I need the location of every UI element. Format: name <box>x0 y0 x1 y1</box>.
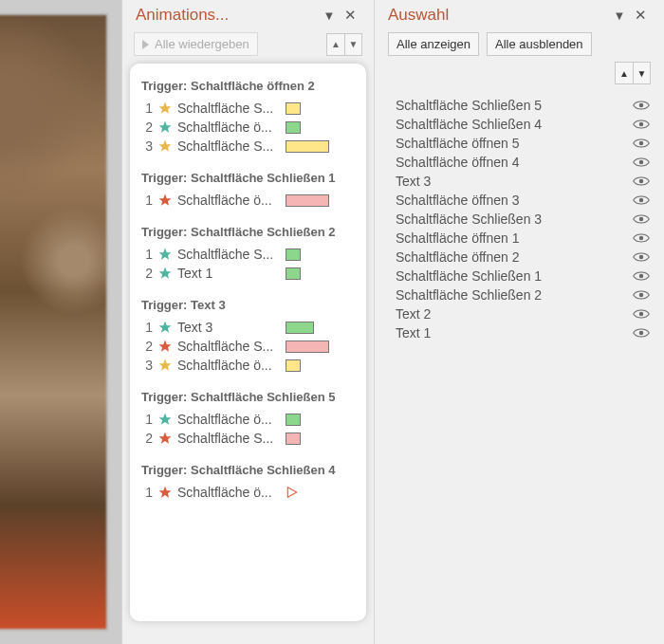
star-icon <box>158 413 172 426</box>
selection-item[interactable]: Schaltfläche Schließen 1 <box>388 267 651 285</box>
animation-index: 3 <box>141 138 153 154</box>
animation-item[interactable]: 2Schaltfläche S... <box>139 337 357 356</box>
selection-item[interactable]: Schaltfläche öffnen 3 <box>388 191 651 210</box>
selection-item[interactable]: Schaltfläche öffnen 5 <box>388 134 651 153</box>
selection-item-name: Text 2 <box>388 306 632 322</box>
timeline-bar[interactable] <box>286 359 301 372</box>
svg-marker-4 <box>159 248 172 260</box>
show-all-button[interactable]: Alle anzeigen <box>388 32 479 56</box>
animation-item[interactable]: 1Schaltfläche ö... <box>139 483 357 502</box>
timeline-bar[interactable] <box>286 140 329 153</box>
visibility-toggle-eye-icon[interactable] <box>632 269 651 283</box>
visibility-toggle-eye-icon[interactable] <box>632 212 651 226</box>
visibility-toggle-eye-icon[interactable] <box>632 193 651 207</box>
slide-thumbnail[interactable] <box>0 13 108 631</box>
star-icon <box>158 120 172 134</box>
animation-item[interactable]: 1Text 3 <box>139 318 357 337</box>
selection-item[interactable]: Schaltfläche öffnen 4 <box>388 153 651 172</box>
star-icon <box>158 432 172 445</box>
close-selection-pane-icon[interactable]: ✕ <box>630 7 651 24</box>
move-down-icon[interactable]: ▼ <box>344 34 361 55</box>
svg-point-21 <box>639 255 644 260</box>
animation-index: 1 <box>141 412 153 427</box>
close-animation-pane-icon[interactable]: ✕ <box>340 7 360 24</box>
selection-item-name: Text 1 <box>388 325 632 340</box>
animation-item[interactable]: 2Schaltfläche S... <box>139 429 357 448</box>
svg-marker-5 <box>159 267 172 279</box>
animation-item[interactable]: 2Text 1 <box>139 264 357 283</box>
timeline-bar[interactable] <box>286 121 301 134</box>
timeline-bar[interactable] <box>286 248 301 261</box>
selection-item[interactable]: Text 3 <box>388 172 651 191</box>
visibility-toggle-eye-icon[interactable] <box>632 175 651 188</box>
selection-item[interactable]: Schaltfläche Schließen 4 <box>388 115 651 134</box>
timeline-bar[interactable] <box>286 340 329 353</box>
move-up-icon[interactable]: ▲ <box>327 34 344 55</box>
animation-item[interactable]: 1Schaltfläche ö... <box>139 410 357 429</box>
pane-menu-dropdown-icon[interactable]: ▼ <box>609 9 630 23</box>
svg-point-25 <box>639 331 644 336</box>
visibility-toggle-eye-icon[interactable] <box>632 250 651 264</box>
move-down-icon[interactable]: ▼ <box>633 63 650 83</box>
animation-index: 1 <box>141 320 153 335</box>
selection-item-name: Schaltfläche Schließen 4 <box>388 117 632 132</box>
visibility-toggle-eye-icon[interactable] <box>632 156 651 169</box>
timeline-bar[interactable] <box>286 267 301 280</box>
svg-point-19 <box>639 217 644 222</box>
timeline-bar[interactable] <box>286 102 301 115</box>
visibility-toggle-eye-icon[interactable] <box>632 118 651 131</box>
animation-item[interactable]: 3Schaltfläche S... <box>139 137 357 156</box>
trigger-title: Trigger: Schaltfläche Schließen 5 <box>139 388 357 410</box>
selection-item[interactable]: Text 2 <box>388 304 651 323</box>
hide-all-button[interactable]: Alle ausblenden <box>487 32 592 56</box>
animation-list[interactable]: Trigger: Schaltfläche öffnen 21Schaltflä… <box>130 64 366 621</box>
selection-toolbar: Alle anzeigen Alle ausblenden <box>375 28 664 62</box>
timeline-bar[interactable] <box>286 194 329 207</box>
selection-item[interactable]: Schaltfläche Schließen 2 <box>388 285 651 304</box>
trigger-group: Trigger: Schaltfläche Schließen 41Schalt… <box>139 457 357 511</box>
selection-item[interactable]: Schaltfläche öffnen 2 <box>388 248 651 267</box>
timeline-bar[interactable] <box>286 414 301 426</box>
svg-point-15 <box>639 141 644 146</box>
motion-path-icon <box>286 486 299 499</box>
selection-item[interactable]: Schaltfläche Schließen 5 <box>388 96 651 115</box>
selection-item[interactable]: Text 1 <box>388 323 651 342</box>
timeline-bar[interactable] <box>286 432 301 445</box>
play-icon <box>142 40 149 49</box>
trigger-title: Trigger: Text 3 <box>139 296 357 318</box>
animation-target-name: Text 1 <box>177 266 280 281</box>
animation-index: 1 <box>141 485 153 500</box>
selection-item[interactable]: Schaltfläche öffnen 1 <box>388 229 651 248</box>
visibility-toggle-eye-icon[interactable] <box>632 288 651 302</box>
svg-marker-1 <box>159 121 172 133</box>
svg-point-23 <box>639 293 644 298</box>
animation-item[interactable]: 1Schaltfläche S... <box>139 99 357 118</box>
animation-item[interactable]: 1Schaltfläche ö... <box>139 191 357 210</box>
animation-item[interactable]: 1Schaltfläche S... <box>139 245 357 264</box>
visibility-toggle-eye-icon[interactable] <box>632 137 651 150</box>
svg-marker-2 <box>159 140 172 152</box>
show-all-label: Alle anzeigen <box>397 37 470 51</box>
visibility-toggle-eye-icon[interactable] <box>632 231 651 245</box>
move-up-icon[interactable]: ▲ <box>616 63 633 83</box>
visibility-toggle-eye-icon[interactable] <box>632 99 651 112</box>
selection-pane-header: Auswahl ▼ ✕ <box>375 0 664 28</box>
animation-item[interactable]: 3Schaltfläche ö... <box>139 356 357 375</box>
selection-pane: Auswahl ▼ ✕ Alle anzeigen Alle ausblende… <box>374 0 664 644</box>
star-icon <box>158 139 172 153</box>
visibility-toggle-eye-icon[interactable] <box>632 307 651 321</box>
selection-reorder-row: ▲ ▼ <box>375 62 664 90</box>
timeline-bar[interactable] <box>286 322 314 334</box>
selection-list[interactable]: Schaltfläche Schließen 5Schaltfläche Sch… <box>375 90 664 348</box>
animation-index: 2 <box>141 120 153 135</box>
selection-item[interactable]: Schaltfläche Schließen 3 <box>388 210 651 229</box>
selection-item-name: Text 3 <box>388 174 632 189</box>
svg-marker-7 <box>159 340 172 352</box>
visibility-toggle-eye-icon[interactable] <box>632 326 651 340</box>
pane-menu-dropdown-icon[interactable]: ▼ <box>319 9 340 23</box>
animation-target-name: Text 3 <box>177 320 280 335</box>
animation-item[interactable]: 2Schaltfläche ö... <box>139 118 357 137</box>
play-all-button[interactable]: Alle wiedergeben <box>134 32 258 56</box>
selection-pane-title: Auswahl <box>388 6 609 25</box>
svg-point-20 <box>639 236 644 241</box>
